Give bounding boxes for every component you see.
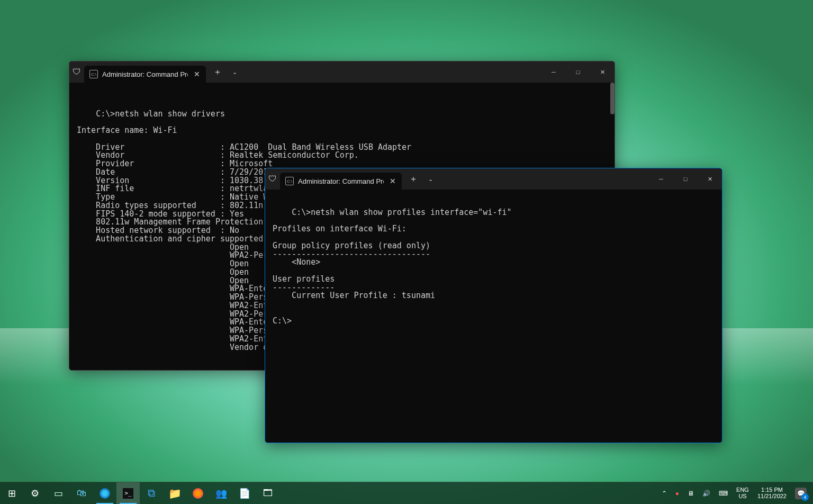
cmd-icon: C:\ bbox=[89, 70, 98, 78]
firefox-button[interactable] bbox=[186, 482, 210, 505]
tray-lang-top: ENG bbox=[736, 487, 749, 493]
terminal-button-icon: >_ bbox=[123, 488, 133, 499]
store-button[interactable]: 🛍 bbox=[70, 482, 93, 505]
settings-button-icon: ⚙ bbox=[29, 487, 41, 500]
terminal-output-2[interactable]: C:\>netsh wlan show profiles interface="… bbox=[265, 190, 722, 443]
vscode-button[interactable]: ⧉ bbox=[140, 482, 163, 505]
titlebar-2[interactable]: 🛡 C:\ Administrator: Command Prom ✕ ＋ ⌄ … bbox=[265, 168, 722, 190]
explorer-button-icon: 📁 bbox=[168, 487, 181, 500]
notepad-button-icon: 📄 bbox=[238, 487, 251, 500]
cmd-icon: C:\ bbox=[285, 177, 294, 185]
maximize-button[interactable]: □ bbox=[673, 168, 698, 190]
tab-dropdown-button[interactable]: ⌄ bbox=[422, 171, 439, 187]
terminal-button[interactable]: >_ bbox=[116, 482, 140, 505]
settings-button[interactable]: ⚙ bbox=[23, 482, 47, 505]
firefox-button-icon bbox=[193, 488, 203, 499]
tab-cmd-2[interactable]: C:\ Administrator: Command Prom ✕ bbox=[280, 173, 402, 190]
tray-security-icon[interactable]: ● bbox=[672, 482, 682, 504]
app-button-extra-icon: 🗔 bbox=[261, 487, 274, 500]
explorer-button[interactable]: 📁 bbox=[163, 482, 186, 505]
tray-overflow-button[interactable]: ⌃ bbox=[658, 482, 670, 504]
close-button[interactable]: ✕ bbox=[590, 61, 615, 83]
close-button[interactable]: ✕ bbox=[698, 168, 722, 190]
vscode-button-icon: ⧉ bbox=[145, 487, 158, 500]
notepad-button[interactable]: 📄 bbox=[233, 482, 256, 505]
tab-dropdown-button[interactable]: ⌄ bbox=[226, 64, 243, 80]
notification-count-badge: 4 bbox=[801, 493, 809, 501]
tray-volume-icon[interactable]: 🔊 bbox=[699, 482, 713, 504]
tray-date: 11/21/2022 bbox=[757, 493, 787, 500]
tab-close-button[interactable]: ✕ bbox=[388, 176, 398, 186]
tray-time: 1:15 PM bbox=[761, 487, 783, 493]
tray-language-button[interactable]: ENG US bbox=[733, 482, 752, 504]
tab-close-button[interactable]: ✕ bbox=[192, 69, 202, 79]
terminal-text-2: C:\>netsh wlan show profiles interface="… bbox=[273, 208, 512, 326]
terminal-window-2[interactable]: 🛡 C:\ Administrator: Command Prom ✕ ＋ ⌄ … bbox=[265, 168, 722, 443]
minimize-button[interactable]: ─ bbox=[649, 168, 673, 190]
taskbar-pinned-apps: ⊞⚙▭🛍>_⧉📁👥📄🗔 bbox=[0, 482, 279, 504]
shield-icon: 🛡 bbox=[265, 174, 280, 184]
taskview-button[interactable]: ▭ bbox=[47, 482, 70, 505]
tray-notifications-button[interactable]: 💬 4 bbox=[792, 482, 810, 504]
taskview-button-icon: ▭ bbox=[52, 487, 65, 500]
new-tab-button[interactable]: ＋ bbox=[209, 64, 226, 80]
edge-button[interactable] bbox=[93, 482, 116, 505]
tray-network-icon[interactable]: 🖥 bbox=[684, 482, 697, 504]
titlebar-1[interactable]: 🛡 C:\ Administrator: Command Prom ✕ ＋ ⌄ … bbox=[69, 61, 615, 83]
app-button-extra[interactable]: 🗔 bbox=[256, 482, 279, 505]
taskbar: ⊞⚙▭🛍>_⧉📁👥📄🗔 ⌃ ● 🖥 🔊 ⌨ ENG US 1:15 PM 11/… bbox=[0, 482, 813, 504]
tray-clock-button[interactable]: 1:15 PM 11/21/2022 bbox=[754, 482, 790, 504]
maximize-button[interactable]: □ bbox=[566, 61, 590, 83]
minimize-button[interactable]: ─ bbox=[541, 61, 566, 83]
start-button-icon: ⊞ bbox=[5, 487, 18, 500]
start-button[interactable]: ⊞ bbox=[0, 482, 23, 505]
system-tray: ⌃ ● 🖥 🔊 ⌨ ENG US 1:15 PM 11/21/2022 💬 4 bbox=[658, 482, 813, 504]
store-button-icon: 🛍 bbox=[75, 487, 88, 500]
teams-button[interactable]: 👥 bbox=[210, 482, 233, 505]
tab-title-1: Administrator: Command Prom bbox=[102, 70, 188, 78]
tray-lang-bottom: US bbox=[738, 493, 746, 500]
tab-title-2: Administrator: Command Prom bbox=[298, 177, 384, 185]
scrollbar[interactable] bbox=[610, 83, 615, 114]
tray-ime-icon[interactable]: ⌨ bbox=[716, 482, 731, 504]
teams-button-icon: 👥 bbox=[215, 487, 228, 500]
new-tab-button[interactable]: ＋ bbox=[405, 171, 422, 187]
tab-cmd-1[interactable]: C:\ Administrator: Command Prom ✕ bbox=[84, 66, 206, 83]
shield-icon: 🛡 bbox=[69, 67, 84, 77]
edge-button-icon bbox=[100, 488, 110, 499]
